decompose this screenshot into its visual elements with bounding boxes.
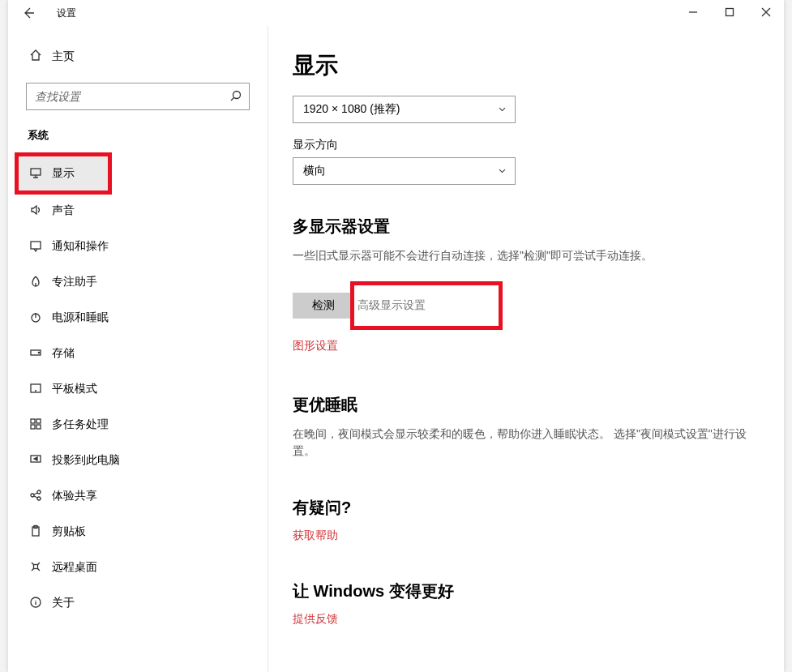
sidebar-item-storage[interactable]: 存储 — [8, 336, 268, 371]
svg-rect-10 — [31, 425, 35, 429]
sidebar-item-about[interactable]: 关于 — [8, 585, 268, 621]
sidebar-section-title: 系统 — [8, 128, 268, 143]
sidebar-item-focus[interactable]: 专注助手 — [8, 264, 268, 300]
sidebar-item-clipboard[interactable]: 剪贴板 — [8, 514, 268, 550]
orientation-dropdown[interactable]: 横向 — [293, 157, 516, 185]
monitor-icon — [29, 166, 50, 182]
sidebar-item-share[interactable]: 体验共享 — [8, 478, 268, 514]
better-windows-heading: 让 Windows 变得更好 — [293, 580, 760, 602]
sidebar-item-label: 电源和睡眠 — [52, 310, 109, 325]
sidebar-item-multitask[interactable]: 多任务处理 — [8, 407, 268, 443]
sidebar-item-project[interactable]: 投影到此电脑 — [8, 443, 268, 478]
sidebar-item-display[interactable]: 显示 — [16, 154, 110, 193]
maximize-icon — [723, 6, 736, 19]
home-icon — [29, 49, 49, 65]
advanced-display-label: 高级显示设置 — [357, 298, 426, 311]
chevron-down-icon — [498, 105, 507, 115]
minimize-button[interactable] — [674, 0, 711, 24]
get-help-link[interactable]: 获取帮助 — [293, 529, 760, 543]
clipboard-icon — [29, 524, 50, 540]
chevron-down-icon — [498, 166, 507, 177]
graphics-settings-link[interactable]: 图形设置 — [293, 339, 760, 353]
orientation-label: 显示方向 — [293, 138, 760, 152]
close-button[interactable] — [747, 0, 784, 24]
feedback-link[interactable]: 提供反馈 — [293, 612, 760, 627]
search-icon — [229, 89, 242, 105]
minimize-icon — [687, 6, 700, 19]
svg-point-15 — [37, 497, 41, 500]
svg-rect-0 — [726, 9, 733, 16]
share-icon — [29, 489, 50, 504]
sound-icon — [29, 203, 50, 219]
svg-rect-3 — [31, 242, 41, 249]
svg-rect-18 — [34, 564, 38, 568]
maximize-button[interactable] — [711, 0, 747, 24]
power-icon — [29, 310, 50, 326]
back-button[interactable] — [16, 1, 41, 25]
sidebar-item-label: 体验共享 — [52, 489, 97, 503]
sidebar-item-power[interactable]: 电源和睡眠 — [8, 300, 268, 336]
notify-icon — [29, 239, 50, 255]
tablet-icon — [29, 382, 50, 397]
sidebar-item-label: 平板模式 — [52, 382, 97, 396]
home-link[interactable]: 主页 — [8, 42, 268, 71]
sidebar-item-label: 关于 — [52, 596, 75, 610]
remote-icon — [29, 560, 50, 576]
window-title: 设置 — [57, 6, 76, 20]
sidebar-item-label: 显示 — [52, 166, 75, 181]
sleep-desc: 在晚间，夜间模式会显示较柔和的暖色，帮助你进入睡眠状态。 选择"夜间模式设置"进… — [293, 426, 760, 460]
sidebar-item-label: 专注助手 — [52, 275, 97, 289]
sidebar-item-label: 通知和操作 — [52, 239, 109, 254]
multi-monitor-desc: 一些旧式显示器可能不会进行自动连接，选择"检测"即可尝试手动连接。 — [293, 247, 760, 264]
project-icon — [29, 453, 50, 469]
svg-rect-8 — [31, 419, 35, 423]
about-icon — [29, 596, 50, 611]
sidebar-item-label: 投影到此电脑 — [52, 453, 120, 468]
sidebar-item-label: 剪贴板 — [52, 524, 86, 539]
sidebar-item-label: 声音 — [52, 203, 75, 218]
back-arrow-icon — [22, 6, 35, 19]
sidebar-item-label: 远程桌面 — [52, 560, 97, 575]
questions-heading: 有疑问? — [293, 497, 760, 519]
sidebar-item-tablet[interactable]: 平板模式 — [8, 371, 268, 407]
home-label: 主页 — [52, 49, 75, 64]
svg-rect-11 — [36, 425, 41, 429]
close-icon — [760, 6, 773, 19]
orientation-value: 横向 — [303, 164, 326, 178]
sidebar-item-label: 存储 — [52, 346, 75, 361]
svg-point-6 — [38, 352, 39, 353]
detect-button[interactable]: 检测 — [293, 293, 354, 319]
sidebar-item-sound[interactable]: 声音 — [8, 193, 268, 229]
sleep-heading: 更优睡眠 — [293, 394, 760, 416]
search-box[interactable] — [26, 83, 250, 110]
svg-point-1 — [233, 91, 241, 98]
search-input[interactable] — [35, 90, 229, 103]
resolution-dropdown[interactable]: 1920 × 1080 (推荐) — [293, 96, 516, 123]
svg-rect-2 — [31, 169, 41, 175]
sidebar: 主页 系统 显示 — [8, 26, 268, 672]
svg-point-14 — [37, 490, 41, 494]
advanced-display-link[interactable]: 高级显示设置 — [354, 285, 499, 326]
sidebar-item-label: 多任务处理 — [52, 417, 109, 432]
storage-icon — [29, 346, 50, 362]
sidebar-item-remote[interactable]: 远程桌面 — [8, 550, 268, 585]
content-pane: 显示 1920 × 1080 (推荐) 显示方向 横向 多显示器设置 一些旧式显… — [268, 26, 784, 672]
page-title: 显示 — [293, 50, 760, 81]
multitask-icon — [29, 417, 50, 433]
multi-monitor-heading: 多显示器设置 — [293, 216, 760, 238]
svg-point-13 — [31, 494, 34, 497]
sidebar-item-notifications[interactable]: 通知和操作 — [8, 229, 268, 264]
focus-icon — [29, 275, 50, 290]
resolution-value: 1920 × 1080 (推荐) — [303, 102, 400, 117]
svg-rect-9 — [36, 419, 41, 423]
titlebar: 设置 — [8, 0, 784, 26]
